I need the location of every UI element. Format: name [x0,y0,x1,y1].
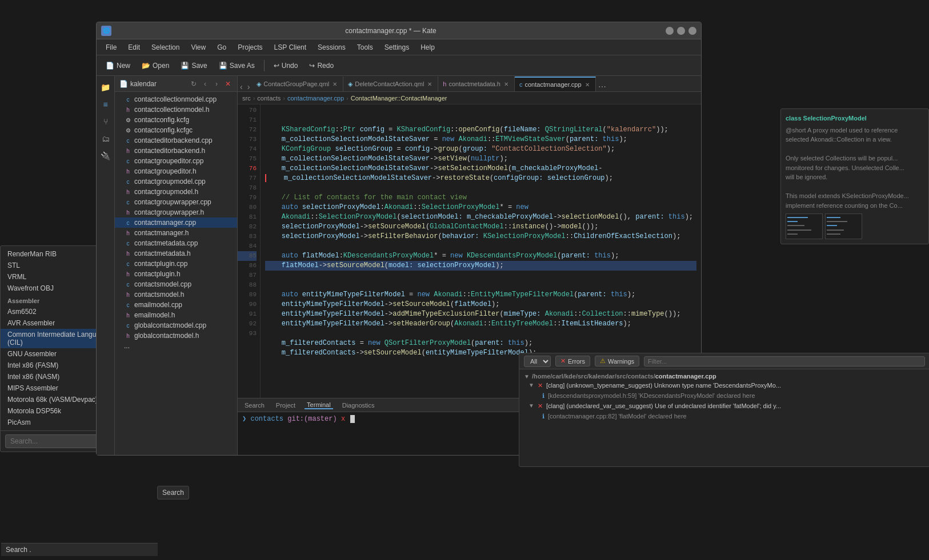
tree-item-13[interactable]: hcontactmanager.h [115,228,237,238]
undo-button[interactable]: ↩ Undo [269,59,303,72]
tree-item-20[interactable]: cemailmodel.cpp [115,300,237,310]
problem-item-2: ▼ ✕ [clang] (undeclared_var_use_suggest)… [519,401,929,411]
menu-edit[interactable]: Edit [123,42,145,53]
h-icon-13: h [124,229,132,237]
tab-close-3[interactable]: ✕ [584,81,591,88]
tree-item-6[interactable]: ccontactgroupeditor.cpp [115,156,237,166]
tab-deletecontact[interactable]: ◈ DeleteContactAction.qml ✕ [343,76,438,91]
breadcrumb-file[interactable]: contactmanager.cpp [287,95,344,102]
errors-button[interactable]: ✕ Errors [555,356,590,366]
tree-item-21[interactable]: hemailmodel.h [115,310,237,320]
tab-contactmetadata[interactable]: h contactmetadata.h ✕ [438,76,515,91]
open-label: Open [153,62,169,70]
tab-overflow[interactable]: ⋯ [596,82,608,91]
error-icon: ✕ [560,357,566,365]
tree-item-0[interactable]: ccontactcollectionmodel.cpp [115,94,237,104]
filetree-nav-right-icon[interactable]: › [212,79,221,88]
tab-icon-h-2: h [443,80,446,87]
tab-nav-left[interactable]: ‹ [238,82,245,91]
tab-nav-right[interactable]: › [245,82,253,91]
maximize-button[interactable] [677,27,685,35]
problems-list: ▼ /home/carl/kde/src/kalendar/src/contac… [519,369,929,425]
new-button[interactable]: 📄 New [101,59,135,72]
cpp-icon: c [124,95,132,103]
tree-item-16[interactable]: ccontactplugin.cpp [115,259,237,269]
toolbar: 📄 New 📂 Open 💾 Save 💾 Save As ↩ Undo ↪ R… [97,55,701,76]
save-label: Save [191,62,207,70]
tree-item-19[interactable]: hcontactsmodel.h [115,289,237,300]
terminal-tab-terminal[interactable]: Terminal [305,401,333,409]
menu-lsp[interactable]: LSP Client [270,42,311,53]
problems-scope-select[interactable]: All [524,356,551,367]
menu-projects[interactable]: Projects [233,42,267,53]
redo-label: Redo [317,62,334,70]
undo-icon: ↩ [274,62,279,70]
tab-contactgrouppage[interactable]: ◈ ContactGroupPage.qml ✕ [252,76,343,91]
tab-close-2[interactable]: ✕ [503,80,510,87]
tree-item-8[interactable]: ccontactgroupmodel.cpp [115,176,237,187]
tree-item-18[interactable]: ccontactsmodel.cpp [115,279,237,289]
file-tree-panel: 📄 kalendar ↻ ‹ › ✕ ccontactcollectionmod… [115,76,238,455]
line-numbers: 70 71 72 73 74 75 76 77 78 79 80 81 82 8… [238,104,261,398]
file-path: /home/carl/kde/src/kalendar/src/contacts… [532,373,716,380]
menu-help[interactable]: Help [416,42,439,53]
menu-view[interactable]: View [186,42,210,53]
menu-sessions[interactable]: Sessions [313,42,350,53]
sidebar-list-icon[interactable]: ≡ [99,98,113,111]
cpp-icon-6: c [124,157,132,165]
terminal-tab-search[interactable]: Search [242,402,267,409]
tree-item-4[interactable]: ccontacteditorbackend.cpp [115,135,237,146]
breadcrumb-src[interactable]: src [242,95,251,102]
minimize-button[interactable] [666,27,674,35]
menu-file[interactable]: File [101,42,121,53]
problems-filter-input[interactable] [644,356,925,366]
tree-item-23[interactable]: hglobalcontactmodel.h [115,331,237,341]
tree-item-22[interactable]: cglobalcontactmodel.cpp [115,320,237,331]
tree-item-11[interactable]: hcontactgroupwrapper.h [115,207,237,217]
cpp-icon-4: c [124,136,132,144]
hover-content: @short A proxy model used to reference s… [786,126,924,211]
tree-item-2[interactable]: ⚙contactconfig.kcfg [115,115,237,125]
open-button[interactable]: 📂 Open [137,59,174,72]
warnings-button[interactable]: ⚠ Warnings [595,356,639,366]
sidebar-plugin-icon[interactable]: 🔌 [99,149,113,163]
breadcrumb-contacts[interactable]: contacts [257,95,281,102]
close-button[interactable] [688,27,696,35]
menu-settings[interactable]: Settings [380,42,414,53]
sidebar-git-icon[interactable]: ⑂ [99,115,113,128]
tree-item-9[interactable]: hcontactgroupmodel.h [115,187,237,197]
h-icon-19: h [124,291,132,299]
filetree-close-icon[interactable]: ✕ [223,79,233,88]
saveas-button[interactable]: 💾 Save As [214,59,259,72]
kcfgc-icon: ⚙ [124,126,132,134]
tree-item-24[interactable]: ... [115,341,237,351]
tree-item-5[interactable]: hcontacteditorbackend.h [115,146,237,156]
tree-item-12[interactable]: ccontactmanager.cpp [115,217,237,228]
menu-selection[interactable]: Selection [147,42,184,53]
tree-item-10[interactable]: ccontactgroupwrapper.cpp [115,197,237,207]
tab-close-1[interactable]: ✕ [426,80,433,87]
tab-contactmanager[interactable]: c contactmanager.cpp ✕ [515,76,596,91]
filetree-refresh-icon[interactable]: ↻ [189,79,198,88]
filetree-nav-left-icon[interactable]: ‹ [201,79,210,88]
breadcrumb-function[interactable]: ContactManager::ContactManager [351,95,447,102]
tab-label-0: ContactGroupPage.qml [263,80,329,87]
sidebar-filetree-icon[interactable]: 📁 [99,80,113,94]
tab-close-0[interactable]: ✕ [331,80,338,87]
save-button[interactable]: 💾 Save [176,59,211,72]
tree-item-14[interactable]: ccontactmetadata.cpp [115,238,237,248]
sidebar-folder-icon[interactable]: 🗂 [99,132,113,146]
tree-item-3[interactable]: ⚙contactconfig.kcfgc [115,125,237,135]
tree-item-15[interactable]: hcontactmetadata.h [115,248,237,259]
terminal-tab-project[interactable]: Project [274,402,298,409]
tree-item-1[interactable]: hcontactcollectionmodel.h [115,104,237,115]
terminal-cursor [350,415,355,423]
terminal-tab-diagnostics[interactable]: Diagnostics [340,402,377,409]
redo-button[interactable]: ↪ Redo [305,59,338,72]
menu-tools[interactable]: Tools [353,42,378,53]
tree-item-7[interactable]: hcontactgroupeditor.h [115,166,237,176]
tree-item-17[interactable]: hcontactplugin.h [115,269,237,279]
menu-go[interactable]: Go [213,42,231,53]
cpp-icon-10: c [124,198,132,206]
new-icon: 📄 [106,62,114,70]
